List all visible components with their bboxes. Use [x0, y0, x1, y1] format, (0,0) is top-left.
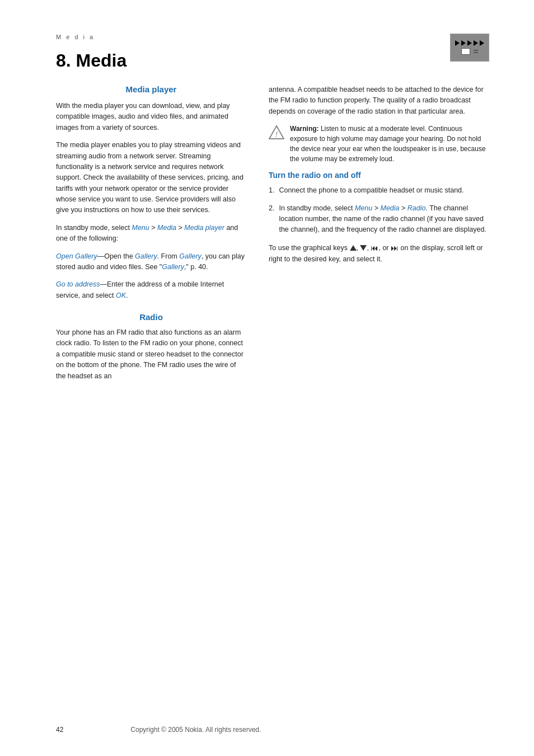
keys-text: To use the graphical keys , , ⏮, or ⏭ on…: [269, 242, 489, 265]
right-column: antenna. A compatible headset needs to b…: [269, 84, 489, 391]
key-down-icon: [360, 245, 367, 251]
media-icon: [450, 34, 489, 62]
warning-text: Warning: Listen to music at a moderate l…: [290, 124, 489, 164]
page: M e d i a 8. Media Media player With the…: [0, 0, 534, 756]
media-player-title: Media player: [56, 84, 246, 94]
radio-para1: Your phone has an FM radio that also fun…: [56, 327, 246, 382]
turn-radio-title: Turn the radio on and off: [269, 171, 489, 180]
header-label: M e d i a: [56, 34, 489, 40]
open-gallery-label: Open Gallery: [56, 252, 97, 260]
key-right-icon: ⏭: [391, 242, 399, 255]
step-2-text: In standby mode, select Menu > Media > R…: [279, 203, 489, 236]
steps-list: 1. Connect the phone to a compatible hea…: [269, 185, 489, 236]
warning-icon: !: [269, 125, 284, 140]
keys-description: To use the graphical keys , , ⏮, or ⏭ on…: [269, 242, 489, 265]
mediaplayer-link: Media player: [184, 224, 224, 232]
media-player-section: Media player With the media player you c…: [56, 84, 246, 301]
step-1: 1. Connect the phone to a compatible hea…: [269, 185, 489, 196]
content-area: Media player With the media player you c…: [56, 84, 489, 391]
step-2: 2. In standby mode, select Menu > Media …: [269, 203, 489, 236]
media-player-para3: In standby mode, select Menu > Media > M…: [56, 223, 246, 245]
warning-box: ! Warning: Listen to music at a moderate…: [269, 124, 489, 164]
radio-section: Radio Your phone has an FM radio that al…: [56, 312, 246, 382]
footer: 42 Copyright © 2005 Nokia. All rights re…: [0, 726, 534, 734]
gallery-link: Gallery: [135, 252, 157, 260]
key-left-icon: ⏮: [371, 242, 378, 255]
menu-link: Menu: [132, 224, 149, 232]
step-1-num: 1.: [269, 185, 274, 196]
turn-radio-section: Turn the radio on and off 1. Connect the…: [269, 171, 489, 265]
chapter-title: 8. Media: [56, 50, 489, 71]
media-link2: Media: [380, 204, 399, 212]
chapter-number: 8.: [56, 50, 71, 71]
key-up-icon: [350, 245, 357, 251]
radio-para2: antenna. A compatible headset needs to b…: [269, 84, 489, 117]
radio-link: Radio: [407, 204, 426, 212]
warning-label: Warning:: [290, 125, 319, 133]
go-to-address-label: Go to address: [56, 280, 100, 288]
media-player-para2: The media player enables you to play str…: [56, 140, 246, 216]
step-2-num: 2.: [269, 203, 274, 236]
warning-content: Listen to music at a moderate level. Con…: [290, 125, 486, 163]
left-column: Media player With the media player you c…: [56, 84, 246, 391]
step-1-text: Connect the phone to a compatible headse…: [279, 185, 463, 196]
page-number: 42: [56, 726, 63, 734]
media-link: Media: [157, 224, 176, 232]
menu-link2: Menu: [355, 204, 372, 212]
svg-text:!: !: [275, 130, 278, 139]
radio-section-title: Radio: [56, 312, 246, 322]
open-gallery-option: Open Gallery—Open the Gallery. From Gall…: [56, 251, 246, 273]
chapter-name: Media: [76, 50, 127, 71]
footer-copyright: Copyright © 2005 Nokia. All rights reser…: [130, 726, 261, 734]
media-player-para1: With the media player you can download, …: [56, 101, 246, 133]
go-to-address-option: Go to address—Enter the address of a mob…: [56, 279, 246, 301]
open-gallery-dash: —Open the: [97, 252, 135, 260]
